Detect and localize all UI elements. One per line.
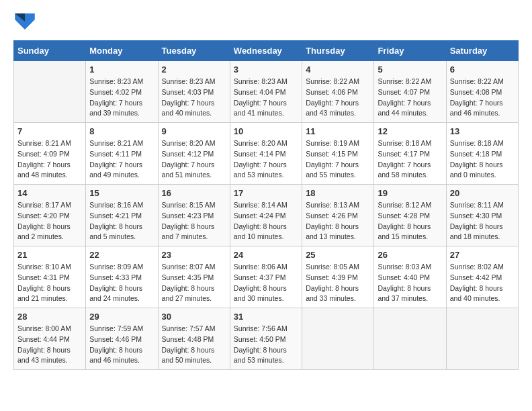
day-number: 3 [234, 64, 298, 75]
day-info: Sunrise: 8:00 AM Sunset: 4:44 PM Dayligh… [17, 324, 82, 366]
day-number: 26 [378, 250, 442, 260]
sunset: Sunset: 4:26 PM [306, 212, 358, 220]
day-number: 10 [234, 126, 298, 136]
day-number: 28 [17, 312, 82, 322]
sunrise: Sunrise: 8:11 AM [450, 201, 504, 209]
sunset: Sunset: 4:20 PM [17, 212, 70, 220]
daylight: Daylight: 8 hours and 43 minutes. [17, 346, 71, 365]
sunset: Sunset: 4:17 PM [378, 150, 430, 158]
sunset: Sunset: 4:28 PM [378, 212, 430, 220]
sunrise: Sunrise: 8:22 AM [306, 77, 359, 85]
day-info: Sunrise: 8:23 AM Sunset: 4:03 PM Dayligh… [162, 77, 226, 119]
calendar-cell: 18 Sunrise: 8:13 AM Sunset: 4:26 PM Dayl… [302, 185, 374, 246]
sunrise: Sunrise: 8:16 AM [89, 201, 143, 209]
calendar-cell: 4 Sunrise: 8:22 AM Sunset: 4:06 PM Dayli… [302, 61, 374, 123]
sunset: Sunset: 4:04 PM [234, 88, 286, 96]
sunset: Sunset: 4:07 PM [378, 88, 430, 96]
calendar-cell: 13 Sunrise: 8:18 AM Sunset: 4:18 PM Dayl… [446, 123, 518, 185]
daylight: Daylight: 8 hours and 50 minutes. [162, 346, 215, 365]
day-number: 15 [89, 188, 154, 198]
week-row: 21 Sunrise: 8:10 AM Sunset: 4:31 PM Dayl… [14, 246, 519, 308]
sunrise: Sunrise: 8:18 AM [450, 139, 504, 147]
day-number: 7 [17, 126, 82, 136]
daylight: Daylight: 7 hours and 40 minutes. [162, 99, 215, 118]
sunrise: Sunrise: 8:00 AM [17, 324, 71, 332]
day-info: Sunrise: 8:22 AM Sunset: 4:06 PM Dayligh… [306, 77, 370, 119]
sunset: Sunset: 4:39 PM [306, 273, 358, 281]
day-info: Sunrise: 8:22 AM Sunset: 4:08 PM Dayligh… [450, 77, 515, 119]
day-number: 17 [234, 188, 298, 198]
daylight: Daylight: 8 hours and 46 minutes. [89, 346, 142, 365]
sunrise: Sunrise: 8:22 AM [378, 77, 431, 85]
calendar-cell: 8 Sunrise: 8:21 AM Sunset: 4:11 PM Dayli… [86, 123, 158, 185]
calendar-cell: 9 Sunrise: 8:20 AM Sunset: 4:12 PM Dayli… [158, 123, 230, 185]
day-info: Sunrise: 8:07 AM Sunset: 4:35 PM Dayligh… [162, 262, 226, 304]
calendar-cell: 6 Sunrise: 8:22 AM Sunset: 4:08 PM Dayli… [446, 61, 518, 123]
calendar-cell [446, 308, 518, 370]
day-info: Sunrise: 8:05 AM Sunset: 4:39 PM Dayligh… [306, 262, 370, 304]
calendar-cell: 23 Sunrise: 8:07 AM Sunset: 4:35 PM Dayl… [158, 246, 230, 308]
sunrise: Sunrise: 8:07 AM [162, 263, 216, 271]
sunrise: Sunrise: 8:20 AM [234, 139, 287, 147]
sunrise: Sunrise: 7:56 AM [234, 324, 287, 332]
week-row: 14 Sunrise: 8:17 AM Sunset: 4:20 PM Dayl… [14, 185, 519, 246]
sunrise: Sunrise: 8:21 AM [89, 139, 143, 147]
day-number: 12 [378, 126, 442, 136]
header-day: Saturday [446, 41, 518, 61]
sunrise: Sunrise: 8:02 AM [450, 263, 504, 271]
calendar-cell: 17 Sunrise: 8:14 AM Sunset: 4:24 PM Dayl… [230, 185, 302, 246]
daylight: Daylight: 8 hours and 15 minutes. [378, 222, 431, 241]
calendar-cell: 12 Sunrise: 8:18 AM Sunset: 4:17 PM Dayl… [374, 123, 446, 185]
calendar-cell: 19 Sunrise: 8:12 AM Sunset: 4:28 PM Dayl… [374, 185, 446, 246]
daylight: Daylight: 7 hours and 44 minutes. [378, 99, 431, 118]
header-day: Sunday [14, 41, 86, 61]
sunset: Sunset: 4:46 PM [89, 335, 142, 343]
daylight: Daylight: 8 hours and 10 minutes. [234, 222, 287, 241]
daylight: Daylight: 7 hours and 49 minutes. [89, 161, 142, 179]
day-info: Sunrise: 8:21 AM Sunset: 4:09 PM Dayligh… [17, 138, 82, 181]
day-info: Sunrise: 8:02 AM Sunset: 4:42 PM Dayligh… [450, 262, 515, 304]
daylight: Daylight: 8 hours and 37 minutes. [378, 284, 431, 303]
day-info: Sunrise: 8:17 AM Sunset: 4:20 PM Dayligh… [17, 200, 82, 242]
day-number: 16 [162, 188, 226, 198]
day-number: 11 [306, 126, 370, 136]
calendar-cell: 15 Sunrise: 8:16 AM Sunset: 4:21 PM Dayl… [86, 185, 158, 246]
calendar-cell: 3 Sunrise: 8:23 AM Sunset: 4:04 PM Dayli… [230, 61, 302, 123]
sunset: Sunset: 4:24 PM [234, 212, 286, 220]
daylight: Daylight: 8 hours and 24 minutes. [89, 284, 142, 303]
sunset: Sunset: 4:11 PM [89, 150, 142, 158]
day-number: 14 [17, 188, 82, 198]
calendar-cell: 21 Sunrise: 8:10 AM Sunset: 4:31 PM Dayl… [14, 246, 86, 308]
calendar-cell: 31 Sunrise: 7:56 AM Sunset: 4:50 PM Dayl… [230, 308, 302, 370]
header-row: SundayMondayTuesdayWednesdayThursdayFrid… [14, 41, 519, 61]
sunrise: Sunrise: 7:57 AM [162, 324, 216, 332]
calendar-cell: 2 Sunrise: 8:23 AM Sunset: 4:03 PM Dayli… [158, 61, 230, 123]
daylight: Daylight: 8 hours and 27 minutes. [162, 284, 215, 303]
day-info: Sunrise: 8:22 AM Sunset: 4:07 PM Dayligh… [378, 77, 442, 119]
day-number: 4 [306, 64, 370, 75]
sunrise: Sunrise: 8:05 AM [306, 263, 359, 271]
sunset: Sunset: 4:18 PM [450, 150, 502, 158]
day-number: 18 [306, 188, 370, 198]
day-number: 9 [162, 126, 226, 136]
calendar-cell: 7 Sunrise: 8:21 AM Sunset: 4:09 PM Dayli… [14, 123, 86, 185]
sunrise: Sunrise: 8:21 AM [17, 139, 71, 147]
sunrise: Sunrise: 8:10 AM [17, 263, 71, 271]
day-number: 19 [378, 188, 442, 198]
day-info: Sunrise: 8:10 AM Sunset: 4:31 PM Dayligh… [17, 262, 82, 304]
header-day: Wednesday [230, 41, 302, 61]
day-info: Sunrise: 8:19 AM Sunset: 4:15 PM Dayligh… [306, 138, 370, 181]
week-row: 1 Sunrise: 8:23 AM Sunset: 4:02 PM Dayli… [14, 61, 519, 123]
day-info: Sunrise: 8:15 AM Sunset: 4:23 PM Dayligh… [162, 200, 226, 242]
daylight: Daylight: 7 hours and 58 minutes. [378, 161, 431, 179]
calendar-cell: 10 Sunrise: 8:20 AM Sunset: 4:14 PM Dayl… [230, 123, 302, 185]
sunset: Sunset: 4:35 PM [162, 273, 214, 281]
day-number: 27 [450, 250, 515, 260]
day-number: 30 [162, 312, 226, 322]
day-number: 21 [17, 250, 82, 260]
logo [13, 13, 38, 34]
sunset: Sunset: 4:33 PM [89, 273, 142, 281]
day-info: Sunrise: 8:13 AM Sunset: 4:26 PM Dayligh… [306, 200, 370, 242]
day-number: 31 [234, 312, 298, 322]
page-header [13, 13, 519, 34]
